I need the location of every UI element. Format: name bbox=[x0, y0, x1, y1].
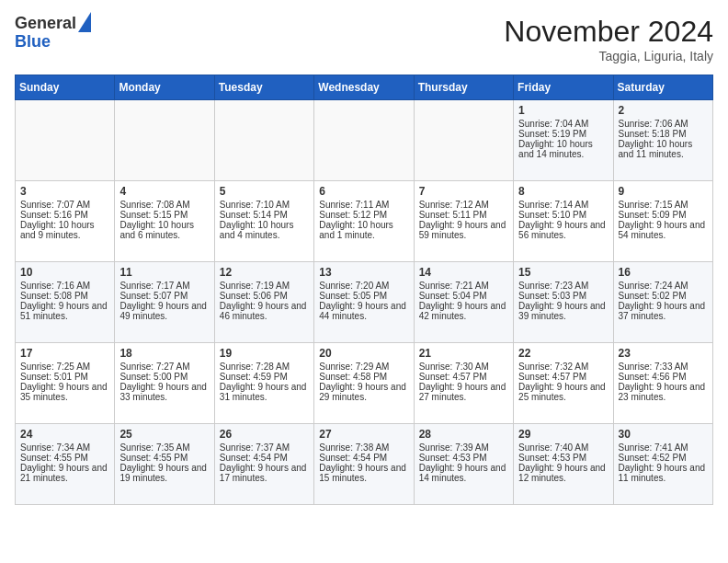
day-cell bbox=[414, 100, 513, 181]
day-cell bbox=[214, 100, 313, 181]
day-cell: 20Sunrise: 7:29 AMSunset: 4:58 PMDayligh… bbox=[314, 343, 414, 424]
location-subtitle: Taggia, Liguria, Italy bbox=[504, 49, 713, 63]
day-info: Sunrise: 7:28 AM bbox=[220, 362, 309, 372]
day-info: Sunrise: 7:23 AM bbox=[518, 281, 608, 291]
day-info: Daylight: 9 hours and 31 minutes. bbox=[220, 382, 309, 402]
day-number: 2 bbox=[619, 104, 708, 117]
day-info: Daylight: 9 hours and 21 minutes. bbox=[20, 463, 109, 483]
day-cell: 26Sunrise: 7:37 AMSunset: 4:54 PMDayligh… bbox=[214, 424, 313, 505]
day-info: Sunset: 5:07 PM bbox=[119, 291, 209, 301]
day-info: Sunrise: 7:29 AM bbox=[319, 362, 408, 372]
day-info: Sunrise: 7:37 AM bbox=[220, 442, 309, 453]
day-info: Sunset: 4:57 PM bbox=[518, 372, 608, 382]
day-info: Sunrise: 7:38 AM bbox=[319, 442, 408, 453]
day-number: 16 bbox=[619, 266, 708, 279]
day-info: Sunrise: 7:21 AM bbox=[419, 281, 508, 291]
day-info: Sunrise: 7:39 AM bbox=[419, 442, 508, 453]
day-info: Sunrise: 7:14 AM bbox=[518, 200, 608, 210]
header-row: SundayMondayTuesdayWednesdayThursdayFrid… bbox=[16, 75, 713, 100]
day-info: Sunset: 5:11 PM bbox=[419, 210, 508, 220]
day-number: 7 bbox=[419, 185, 508, 198]
header-cell-monday: Monday bbox=[115, 75, 214, 100]
day-cell: 23Sunrise: 7:33 AMSunset: 4:56 PMDayligh… bbox=[613, 343, 712, 424]
day-number: 10 bbox=[20, 266, 109, 279]
day-number: 17 bbox=[20, 347, 109, 360]
day-info: Sunrise: 7:34 AM bbox=[20, 442, 109, 453]
day-info: Daylight: 10 hours and 9 minutes. bbox=[20, 220, 109, 240]
day-info: Daylight: 9 hours and 42 minutes. bbox=[419, 301, 508, 321]
day-info: Daylight: 9 hours and 27 minutes. bbox=[419, 382, 508, 402]
day-info: Daylight: 9 hours and 17 minutes. bbox=[220, 463, 309, 483]
day-info: Sunset: 4:57 PM bbox=[419, 372, 508, 382]
day-cell: 13Sunrise: 7:20 AMSunset: 5:05 PMDayligh… bbox=[314, 262, 414, 343]
header-cell-tuesday: Tuesday bbox=[214, 75, 313, 100]
day-info: Daylight: 10 hours and 14 minutes. bbox=[518, 139, 608, 159]
day-info: Daylight: 9 hours and 37 minutes. bbox=[619, 301, 708, 321]
day-info: Daylight: 9 hours and 56 minutes. bbox=[518, 220, 608, 240]
day-info: Sunset: 5:01 PM bbox=[20, 372, 109, 382]
logo-blue-text: Blue bbox=[15, 33, 91, 52]
day-number: 6 bbox=[319, 185, 408, 198]
day-info: Sunset: 5:03 PM bbox=[518, 291, 608, 301]
day-info: Sunset: 5:12 PM bbox=[319, 210, 408, 220]
day-info: Sunrise: 7:04 AM bbox=[518, 119, 608, 129]
day-cell: 7Sunrise: 7:12 AMSunset: 5:11 PMDaylight… bbox=[414, 181, 513, 262]
day-info: Daylight: 9 hours and 11 minutes. bbox=[619, 463, 708, 483]
day-info: Sunset: 4:58 PM bbox=[319, 372, 408, 382]
day-info: Sunrise: 7:27 AM bbox=[119, 362, 209, 372]
week-row-1: 1Sunrise: 7:04 AMSunset: 5:19 PMDaylight… bbox=[16, 100, 713, 181]
day-number: 8 bbox=[518, 185, 608, 198]
day-number: 28 bbox=[419, 428, 508, 441]
day-cell: 6Sunrise: 7:11 AMSunset: 5:12 PMDaylight… bbox=[314, 181, 414, 262]
day-info: Sunrise: 7:35 AM bbox=[119, 442, 209, 453]
day-info: Sunset: 4:56 PM bbox=[619, 372, 708, 382]
day-number: 13 bbox=[319, 266, 408, 279]
day-info: Sunrise: 7:08 AM bbox=[119, 200, 209, 210]
day-number: 11 bbox=[119, 266, 209, 279]
day-info: Sunset: 5:09 PM bbox=[619, 210, 708, 220]
calendar-table: SundayMondayTuesdayWednesdayThursdayFrid… bbox=[15, 75, 713, 505]
day-info: Daylight: 9 hours and 15 minutes. bbox=[319, 463, 408, 483]
day-number: 1 bbox=[518, 104, 608, 117]
day-info: Sunset: 5:08 PM bbox=[20, 291, 109, 301]
logo-triangle-icon bbox=[78, 12, 91, 32]
day-info: Daylight: 9 hours and 44 minutes. bbox=[319, 301, 408, 321]
day-cell bbox=[115, 100, 214, 181]
day-number: 25 bbox=[119, 428, 209, 441]
day-info: Sunrise: 7:10 AM bbox=[220, 200, 309, 210]
week-row-4: 17Sunrise: 7:25 AMSunset: 5:01 PMDayligh… bbox=[16, 343, 713, 424]
day-info: Sunrise: 7:32 AM bbox=[518, 362, 608, 372]
day-number: 21 bbox=[419, 347, 508, 360]
day-cell: 25Sunrise: 7:35 AMSunset: 4:55 PMDayligh… bbox=[115, 424, 214, 505]
day-info: Daylight: 9 hours and 49 minutes. bbox=[119, 301, 209, 321]
day-info: Daylight: 9 hours and 14 minutes. bbox=[419, 463, 508, 483]
day-info: Daylight: 9 hours and 51 minutes. bbox=[20, 301, 109, 321]
day-info: Sunrise: 7:06 AM bbox=[619, 119, 708, 129]
day-info: Sunrise: 7:11 AM bbox=[319, 200, 408, 210]
day-info: Sunrise: 7:41 AM bbox=[619, 442, 708, 453]
day-cell: 12Sunrise: 7:19 AMSunset: 5:06 PMDayligh… bbox=[214, 262, 313, 343]
day-cell: 24Sunrise: 7:34 AMSunset: 4:55 PMDayligh… bbox=[16, 424, 115, 505]
day-info: Daylight: 10 hours and 4 minutes. bbox=[220, 220, 309, 240]
day-number: 19 bbox=[220, 347, 309, 360]
day-info: Daylight: 10 hours and 11 minutes. bbox=[619, 139, 708, 159]
day-number: 23 bbox=[619, 347, 708, 360]
day-info: Sunset: 4:54 PM bbox=[220, 453, 309, 463]
day-number: 29 bbox=[518, 428, 608, 441]
day-number: 26 bbox=[220, 428, 309, 441]
day-cell: 5Sunrise: 7:10 AMSunset: 5:14 PMDaylight… bbox=[214, 181, 313, 262]
day-number: 12 bbox=[220, 266, 309, 279]
day-number: 3 bbox=[20, 185, 109, 198]
day-info: Sunrise: 7:16 AM bbox=[20, 281, 109, 291]
day-info: Daylight: 10 hours and 6 minutes. bbox=[119, 220, 209, 240]
day-number: 18 bbox=[119, 347, 209, 360]
header-cell-thursday: Thursday bbox=[414, 75, 513, 100]
day-info: Sunrise: 7:40 AM bbox=[518, 442, 608, 453]
day-cell: 21Sunrise: 7:30 AMSunset: 4:57 PMDayligh… bbox=[414, 343, 513, 424]
day-info: Sunset: 5:05 PM bbox=[319, 291, 408, 301]
day-info: Sunset: 5:18 PM bbox=[619, 129, 708, 139]
day-info: Sunrise: 7:12 AM bbox=[419, 200, 508, 210]
day-number: 20 bbox=[319, 347, 408, 360]
day-cell: 9Sunrise: 7:15 AMSunset: 5:09 PMDaylight… bbox=[613, 181, 712, 262]
day-info: Sunrise: 7:24 AM bbox=[619, 281, 708, 291]
